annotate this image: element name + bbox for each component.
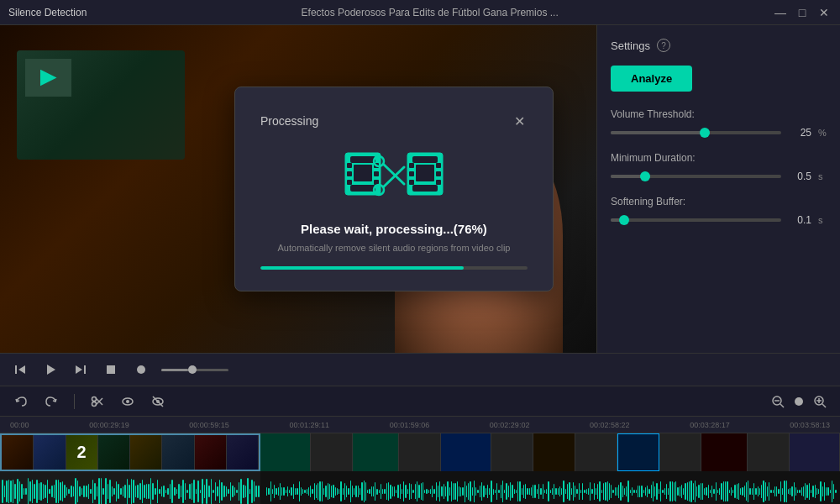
wave-bar [432,486,433,497]
wave-bar [386,483,387,500]
cut-button[interactable] [87,391,108,412]
close-button[interactable]: ✕ [816,5,832,20]
video-segment-4[interactable] [353,433,399,471]
wave-bar [544,490,545,494]
thumb-6 [162,435,194,470]
wave-bar [742,487,743,496]
info-icon[interactable]: ? [657,39,670,52]
wave-bar [654,486,655,497]
wave-bar [323,488,324,496]
video-segment-12[interactable] [701,433,748,471]
wave-bar [506,483,507,499]
play-button[interactable] [40,360,60,380]
softening-buffer-slider[interactable] [611,218,781,222]
wave-bar [418,485,419,498]
wave-bar [29,481,31,501]
wave-bar [200,490,202,494]
video-segment-11[interactable] [659,433,701,471]
minimum-duration-thumb[interactable] [640,171,650,181]
wave-bar [118,484,119,500]
main-video-segment[interactable]: 2 [0,433,260,471]
svg-rect-3 [354,165,372,181]
wave-bar [554,484,554,498]
wave-bar [555,488,556,495]
softening-buffer-label: Softening Buffer: [611,196,827,207]
prev-button[interactable] [10,360,30,380]
volume-thumb[interactable] [188,365,197,374]
timeline: 00:0000:00:29:1900:00:59:1500:01:29:1100… [0,417,840,504]
wave-bar [113,488,115,495]
eye-button[interactable] [117,391,139,412]
wave-bar [680,486,680,496]
video-segment-3[interactable] [311,433,353,471]
video-segment-7[interactable] [491,433,533,471]
minimize-button[interactable]: — [773,5,788,20]
wave-bar [301,487,302,496]
softening-buffer-thumb[interactable] [619,215,629,225]
wave-bar [753,483,754,500]
wave-bar [213,490,214,493]
wave-bar [516,490,517,494]
wave-bar [247,478,249,504]
svg-point-36 [126,400,129,403]
wave-bar [773,490,774,493]
wave-bar [445,486,446,496]
wave-bar [519,481,520,501]
wave-bar [424,490,425,493]
volume-threshold-thumb[interactable] [700,128,710,138]
video-segment-13[interactable] [748,433,790,471]
volume-threshold-slider[interactable] [611,131,781,134]
processing-animation [344,146,444,205]
wave-bar [782,488,783,495]
minimum-duration-slider[interactable] [611,175,781,178]
wave-bar [40,482,42,501]
softening-buffer-value: 0.1 [788,214,811,226]
wave-bar [477,490,478,494]
volume-slider[interactable] [161,369,228,371]
video-segment-14[interactable] [790,433,840,471]
stop-icon [105,364,117,375]
record-button[interactable] [131,360,151,380]
video-segment-9[interactable] [575,433,617,471]
wave-bar [717,490,718,493]
wave-bar [325,486,326,496]
wave-bar [258,486,260,496]
analyze-button[interactable]: Analyze [611,66,692,92]
wave-bar [236,490,238,494]
wave-bar [780,481,781,501]
wave-bar [196,489,197,495]
video-segment-8[interactable] [533,433,575,471]
hide-button[interactable] [147,391,169,412]
redo-button[interactable] [40,391,62,412]
maximize-button[interactable]: □ [795,5,810,20]
wave-bar [382,489,383,494]
svg-rect-18 [436,171,441,176]
video-segment-10[interactable] [617,433,659,471]
video-segment-5[interactable] [399,433,441,471]
zoom-in-icon [813,395,827,408]
minimum-duration-value: 0.5 [788,171,811,182]
wave-bar [677,487,678,495]
video-segment-2[interactable] [260,433,311,471]
wave-bar [457,481,458,501]
dialog-close-button[interactable]: ✕ [511,113,528,129]
wave-bar [361,482,362,500]
wave-bar [449,487,450,496]
wave-bar [765,482,766,501]
wave-bar [28,478,29,504]
wave-bar [468,483,469,501]
zoom-out-button[interactable] [768,391,788,412]
wave-bar [101,478,102,504]
next-button[interactable] [71,360,91,380]
wave-bar [178,484,180,498]
wave-bar [805,483,806,501]
wave-bar [776,486,777,496]
zoom-in-button[interactable] [810,391,830,412]
wave-bar [219,480,221,502]
wave-bar [428,490,429,493]
video-segment-6[interactable] [441,433,491,471]
stop-button[interactable] [101,360,121,380]
wave-bar [794,482,795,501]
undo-button[interactable] [10,391,32,412]
wave-bar [276,488,276,495]
